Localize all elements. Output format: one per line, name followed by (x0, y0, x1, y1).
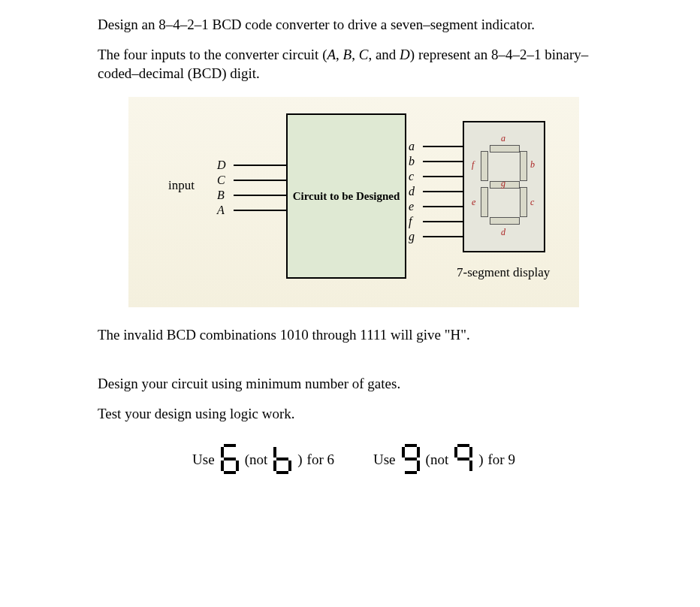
seven-segment-display: a f b g e c d (463, 121, 545, 252)
wire-in-a (234, 210, 286, 211)
seg-label-b: b (530, 159, 535, 171)
wire-out-g (423, 236, 463, 237)
nine-no-bottom-icon (453, 442, 474, 476)
segment-b (520, 151, 527, 181)
wire-out-d (423, 191, 463, 192)
use-word-1: Use (192, 450, 215, 470)
input-label-c: C (217, 172, 225, 189)
segment-d (490, 217, 520, 225)
page-content: Design an 8–4–2–1 BCD code converter to … (0, 0, 700, 491)
segment-a (490, 145, 520, 153)
wire-out-f (423, 221, 463, 222)
use-9-group: Use (not (373, 442, 515, 476)
segment-c (520, 187, 527, 217)
wire-in-b (234, 195, 286, 196)
wire-out-c (423, 176, 463, 177)
six-no-top-icon (272, 442, 293, 476)
input-word-label: input (168, 177, 195, 195)
intro-line: The four inputs to the converter circuit… (98, 45, 610, 83)
input-label-a: A (217, 202, 225, 219)
input-label-b: B (217, 187, 225, 204)
converter-label: Circuit to be Designed (293, 189, 400, 204)
sep2: , (352, 47, 359, 62)
seg-label-c: c (530, 196, 534, 208)
out-label-a: a (409, 138, 415, 155)
out-label-c: c (409, 168, 414, 185)
seven-segment-icon: a f b g e c d (481, 145, 527, 223)
input-var-d: D (400, 47, 410, 62)
intro-text-a: The four inputs to the converter circuit… (98, 47, 327, 62)
use-6-group: Use (not (192, 442, 334, 476)
input-var-a: A (327, 47, 336, 62)
sep3: , and (368, 47, 400, 62)
out-label-d: d (409, 183, 415, 200)
wire-in-c (234, 180, 286, 181)
use-row: Use (not (98, 442, 610, 476)
not-open-1: (not (245, 450, 268, 470)
title-line: Design an 8–4–2–1 BCD code converter to … (98, 15, 610, 35)
input-label-d: D (217, 157, 226, 174)
wire-in-d (234, 165, 286, 166)
for-6: for 6 (307, 450, 334, 470)
input-var-c: C (359, 47, 369, 62)
wire-out-b (423, 161, 463, 162)
out-label-b: b (409, 153, 415, 170)
seg-label-g: g (501, 177, 505, 189)
block-diagram: input D C B A Circuit to be Designed a b… (128, 97, 579, 307)
wire-out-e (423, 206, 463, 207)
segment-f (481, 151, 488, 181)
wire-out-a (423, 146, 463, 147)
converter-block: Circuit to be Designed (286, 113, 406, 279)
display-caption: 7-segment display (457, 264, 550, 282)
out-label-g: g (409, 228, 415, 245)
seg-label-e: e (472, 196, 475, 208)
six-with-top-icon (219, 442, 240, 476)
min-gates-text: Design your circuit using minimum number… (98, 374, 610, 394)
out-label-e: e (409, 198, 414, 215)
invalid-text: The invalid BCD combinations 1010 throug… (98, 325, 610, 345)
seg-label-a: a (501, 132, 505, 144)
not-open-2: (not (426, 450, 449, 470)
not-close-1: ) (297, 450, 302, 470)
not-close-2: ) (478, 450, 483, 470)
test-text: Test your design using logic work. (98, 404, 610, 424)
use-word-2: Use (373, 450, 396, 470)
segment-e (481, 187, 488, 217)
nine-with-bottom-icon (400, 442, 421, 476)
sep1: , (336, 47, 343, 62)
seg-label-d: d (501, 226, 505, 238)
for-9: for 9 (488, 450, 515, 470)
input-var-b: B (343, 47, 352, 62)
out-label-f: f (409, 213, 412, 230)
seg-label-f: f (472, 159, 474, 171)
